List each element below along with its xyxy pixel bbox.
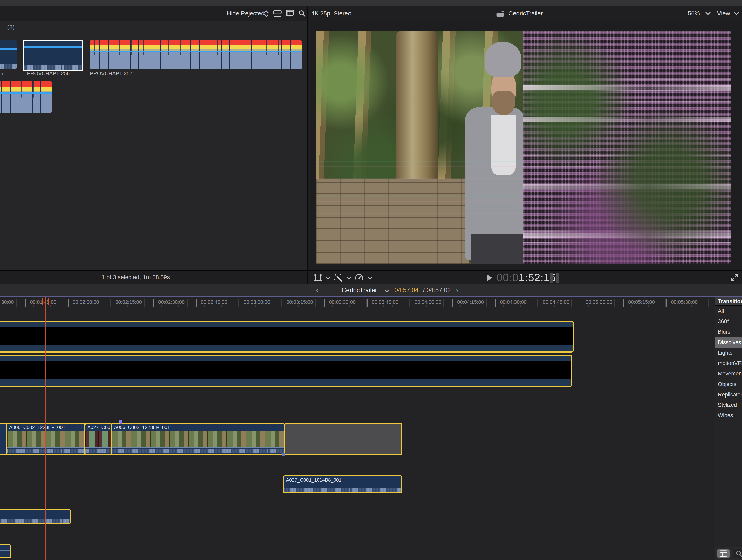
transitions-category-movements[interactable]: Movements [716,368,742,379]
media-browser-toggle-button[interactable] [717,549,730,558]
timeline-row-clip[interactable] [0,355,572,387]
glitch-artifact-region [523,31,731,264]
ruler-label: 00:03:00:00 [243,299,271,305]
storyline-gap-clip[interactable] [284,423,402,455]
final-cut-pro-window: Hide Rejected 4K 25p, Stereo CedricTrail… [0,0,742,560]
clip-count-label: (3) [7,24,15,31]
clip-filmstrip [86,431,111,448]
clip-audio-strip [0,379,571,386]
audio-waveform [24,65,83,70]
browser-clip-thumbnail[interactable] [90,40,302,69]
audio-waveform [284,488,401,493]
clip-name-label: PROVCHAPT-256 [27,70,69,77]
retime-icon[interactable] [354,273,364,283]
ruler-label: 00:02:00:00 [71,299,100,305]
clip-reference-line [284,485,401,485]
audio-level-line [90,51,302,52]
chevron-down-icon[interactable] [346,276,352,280]
chevron-down-icon[interactable] [384,289,390,293]
chevron-down-icon[interactable] [325,276,331,280]
transitions-search-button[interactable] [733,549,742,558]
browser-clip-thumbnail[interactable] [0,82,52,112]
top-toolbar [0,6,742,21]
clip-audio [7,448,85,453]
audio-clip[interactable] [0,544,11,558]
transitions-category-blurs[interactable]: Blurs [716,326,742,337]
clip-filmstrip-unloaded [0,327,573,345]
viewer-format-info: 4K 25p, Stereo [311,6,351,20]
audio-clip[interactable] [0,509,71,524]
transitions-category-motionvfx[interactable]: motionVFX [716,358,742,368]
clapperboard-icon [495,9,505,18]
clip-appearance-icon[interactable] [273,10,282,17]
transitions-category-replicator[interactable]: Replicator/C [716,389,742,400]
timeline-row-clip[interactable] [0,321,574,353]
clip-reference-line [0,550,10,551]
filmstrip-view-icon[interactable] [285,10,294,17]
clip-audio [112,448,284,453]
timeline-ruler[interactable]: 30:00 00:01:45:00 00:02:00:00 00:02:15:0… [0,297,715,307]
glitch-flare [523,117,731,122]
transitions-category-wipes[interactable]: Wipes [716,410,742,421]
timecode-hours: 00:0 [496,271,519,284]
clip-name-label: A006_C002_1223EP_001 [112,424,284,431]
ruler-label: 00:05:15:00 [627,299,656,305]
storyline-clip[interactable]: A006_C002_1223EP_001 [6,423,86,455]
viewer-view-button[interactable]: View [717,6,730,20]
filter-updown-chevrons-icon[interactable] [263,10,270,18]
filter-popup-button[interactable]: Hide Rejected [227,6,264,20]
clip-name-label: A006_C002_1223EP_001 [7,424,85,431]
transitions-category-all[interactable]: All [716,306,742,316]
timeline-nav-bar: ‹ CedricTrailer 04:57:04 / 04:57:02 › [0,284,742,297]
ruler-label: 00:04:30:00 [499,299,528,305]
clip-connection-dot [282,453,285,456]
timeline-timecode-current: 04:57:04 [394,284,419,296]
glitch-flare [523,184,731,189]
transitions-browser-panel: Transitions All 360° Blurs Dissolves Lig… [715,297,742,560]
playhead-handle[interactable] [42,298,49,305]
browser-clip-selected[interactable] [23,40,84,71]
chevron-down-icon[interactable] [367,276,373,280]
transitions-category-360[interactable]: 360° [716,316,742,326]
pane-divider [307,6,308,285]
expand-fullscreen-icon[interactable] [730,273,739,282]
transitions-panel-title: Transitions [716,297,742,306]
chevron-down-icon[interactable] [705,11,711,16]
connected-audio-clip[interactable]: A027_C001_1014B8_001 [283,475,402,494]
history-forward-button[interactable]: › [456,284,459,296]
audio-meter-right[interactable] [556,273,559,283]
glitch-flare [523,85,731,90]
audio-meter-left[interactable] [550,273,553,283]
video-canvas [316,31,731,264]
clip-name-label: 5 [0,70,3,77]
transitions-category-objects[interactable]: Objects [716,379,742,389]
person-beard [492,91,515,115]
enhancements-wand-icon[interactable] [333,273,343,283]
playhead-line[interactable] [45,297,46,560]
glitch-flare [523,233,731,238]
clip-name-label: A027_C001_1014B8_001 [284,476,401,483]
ruler-label: 00:05:00:00 [584,299,614,305]
selection-status-text: 1 of 3 selected, 1m 38.59s [102,274,170,281]
chevron-down-icon[interactable] [733,11,739,16]
ruler-label: 00:04:15:00 [456,299,485,305]
viewer-project-title: CedricTrailer [509,6,543,20]
play-icon[interactable] [486,274,493,282]
timeline-project-name[interactable]: CedricTrailer [342,284,377,296]
transitions-category-lights[interactable]: Lights [716,348,742,358]
transform-icon[interactable] [313,273,323,283]
transitions-category-dissolves[interactable]: Dissolves [716,337,742,348]
timeline-timecode-total: / 04:57:02 [423,284,451,296]
storyline-clip[interactable]: A027_C00… [84,423,112,455]
clip-title-strip [0,322,573,327]
storyline-clip[interactable]: A006_C002_1223EP_001 [111,423,285,455]
transitions-category-stylized[interactable]: Stylized [716,400,742,410]
history-back-button[interactable]: ‹ [316,284,319,296]
viewer-zoom-button[interactable]: 56% [688,6,700,20]
search-icon[interactable] [298,10,306,17]
audio-waveform [0,64,17,69]
browser-clip-thumbnail[interactable] [0,40,17,69]
clip-title-strip [0,356,571,361]
clip-reference-line [0,516,70,516]
audio-waveform [0,519,70,523]
